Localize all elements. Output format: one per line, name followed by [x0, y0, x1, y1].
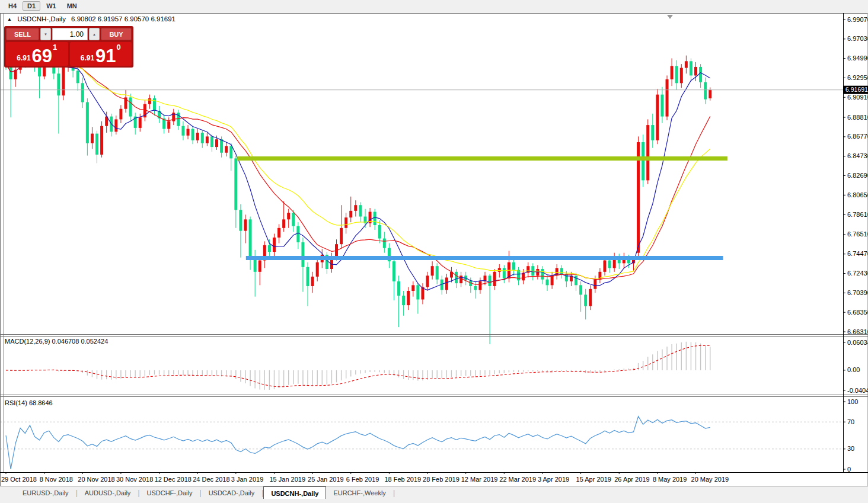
- svg-text:20 Nov 2018: 20 Nov 2018: [78, 476, 114, 483]
- svg-text:8 Nov 2018: 8 Nov 2018: [40, 476, 73, 483]
- buy-price-prefix: 6.91: [81, 55, 94, 64]
- svg-text:22 Mar 2019: 22 Mar 2019: [499, 476, 536, 483]
- tab-audusd-daily[interactable]: AUDUSD-,Daily: [78, 487, 138, 498]
- svg-text:6.90910: 6.90910: [847, 94, 868, 101]
- svg-text:15 Apr 2019: 15 Apr 2019: [576, 476, 611, 483]
- svg-text:6.78610: 6.78610: [847, 211, 868, 218]
- svg-text:30: 30: [847, 445, 854, 452]
- svg-text:6.84730: 6.84730: [847, 152, 868, 159]
- volume-decrease-button[interactable]: ▼: [40, 28, 51, 40]
- spinner-down-icon: ▼: [44, 33, 47, 36]
- macd-indicator-label: MACD(12,26,9) 0.046708 0.052424: [5, 338, 108, 345]
- svg-text:6.97030: 6.97030: [847, 35, 868, 42]
- svg-text:6.72430: 6.72430: [847, 270, 868, 277]
- svg-text:6.74470: 6.74470: [847, 250, 868, 257]
- svg-text:15 Jan 2019: 15 Jan 2019: [269, 476, 305, 483]
- svg-text:20 May 2019: 20 May 2019: [691, 476, 729, 483]
- svg-text:70: 70: [847, 418, 854, 425]
- svg-text:6.92950: 6.92950: [847, 74, 868, 81]
- volume-input[interactable]: [52, 28, 88, 40]
- svg-text:6.94990: 6.94990: [847, 55, 868, 62]
- svg-text:8 May 2019: 8 May 2019: [653, 476, 687, 483]
- tab-usdcad-daily[interactable]: USDCAD-,Daily: [202, 487, 262, 498]
- svg-text:0.00: 0.00: [847, 366, 860, 373]
- tab-usdcnh-daily[interactable]: USDCNH-,Daily: [263, 486, 326, 499]
- collapse-chart-icon[interactable]: ▲: [7, 17, 12, 22]
- svg-text:30 Nov 2018: 30 Nov 2018: [116, 476, 153, 483]
- volume-increase-button[interactable]: ▲: [89, 28, 100, 40]
- buy-price-point: 0: [117, 43, 121, 52]
- sell-price-point: 1: [53, 43, 57, 52]
- symbol-tab-bar: EURUSD-,Daily|AUDUSD-,Daily|USDCHF-,Dail…: [0, 486, 868, 503]
- tab-eurchf-weekly[interactable]: EURCHF-,Weekly: [326, 487, 392, 498]
- chart-title: USDCNH-,Daily: [17, 15, 66, 23]
- svg-text:18 Feb 2019: 18 Feb 2019: [384, 476, 421, 483]
- sell-button[interactable]: SELL: [6, 28, 39, 40]
- spinner-up-icon: ▲: [92, 33, 96, 36]
- svg-text:28 Feb 2019: 28 Feb 2019: [423, 476, 459, 483]
- chart-canvas[interactable]: 6.990706.970306.949906.929506.909106.888…: [0, 0, 868, 503]
- svg-text:3 Apr 2019: 3 Apr 2019: [538, 476, 569, 483]
- svg-text:6.91691: 6.91691: [845, 86, 868, 93]
- sell-price-pips: 69: [32, 49, 52, 64]
- svg-text:-0.040415: -0.040415: [847, 387, 868, 394]
- svg-text:6.68350: 6.68350: [847, 309, 868, 316]
- tab-separator: |: [393, 489, 395, 497]
- buy-button[interactable]: BUY: [101, 28, 132, 40]
- svg-text:6.76510: 6.76510: [847, 230, 868, 238]
- svg-text:6.82690: 6.82690: [847, 172, 868, 179]
- chart-title-row: ▲ USDCNH-,Daily 6.90802 6.91957 6.90570 …: [7, 15, 175, 23]
- sell-price-prefix: 6.91: [17, 55, 30, 64]
- buy-price-display[interactable]: 6.91910: [70, 42, 132, 66]
- svg-text:6.66310: 6.66310: [847, 328, 868, 335]
- svg-text:0: 0: [847, 466, 851, 473]
- svg-text:12 Dec 2018: 12 Dec 2018: [155, 476, 192, 483]
- rsi-indicator-label: RSI(14) 68.8646: [5, 399, 53, 406]
- tab-eurusd-daily[interactable]: EURUSD-,Daily: [15, 487, 76, 498]
- date-axis-labels: 29 Oct 20188 Nov 201820 Nov 201830 Nov 2…: [1, 472, 729, 483]
- svg-text:24 Dec 2018: 24 Dec 2018: [193, 476, 229, 483]
- svg-text:6.88810: 6.88810: [847, 114, 868, 121]
- svg-text:6.86770: 6.86770: [847, 133, 868, 140]
- one-click-trading-panel: SELL ▼ ▲ BUY 6.91691 6.91910: [4, 26, 133, 68]
- svg-text:6.99070: 6.99070: [847, 16, 868, 23]
- svg-text:25 Jan 2019: 25 Jan 2019: [308, 476, 344, 483]
- mt4-chart-window: H4D1W1MN 6.990706.970306.949906.929506.9…: [0, 0, 868, 503]
- svg-text:29 Oct 2018: 29 Oct 2018: [1, 476, 37, 483]
- svg-text:6.80650: 6.80650: [847, 191, 868, 198]
- tab-usdchf-daily[interactable]: USDCHF-,Daily: [140, 487, 200, 498]
- chart-ohlc-values: 6.90802 6.91957 6.90570 6.91691: [71, 15, 175, 23]
- svg-text:6.70390: 6.70390: [847, 289, 868, 296]
- svg-text:6 Feb 2019: 6 Feb 2019: [346, 476, 379, 483]
- sell-price-display[interactable]: 6.91691: [6, 42, 68, 66]
- svg-text:100: 100: [847, 398, 858, 405]
- svg-text:12 Mar 2019: 12 Mar 2019: [461, 476, 498, 483]
- svg-text:0.060342: 0.060342: [847, 339, 868, 346]
- svg-text:26 Apr 2019: 26 Apr 2019: [614, 476, 649, 483]
- buy-price-pips: 91: [95, 49, 116, 64]
- svg-text:3 Jan 2019: 3 Jan 2019: [231, 476, 263, 483]
